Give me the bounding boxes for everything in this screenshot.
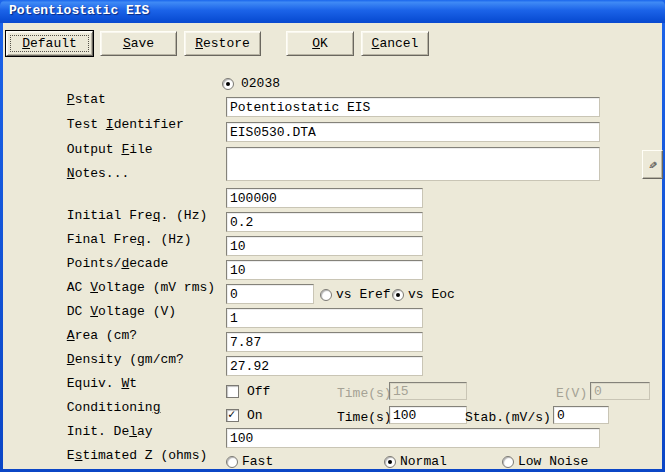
estimated-z-input[interactable] [226, 428, 600, 448]
save-button[interactable]: Save [100, 31, 177, 56]
initial-freq-input[interactable] [226, 188, 423, 208]
conditioning-off-label[interactable]: Off [247, 384, 270, 400]
dc-voltage-input[interactable] [226, 284, 314, 304]
dialog-content: Default Save Restore OK Cancel Pstat 020… [3, 23, 662, 469]
restore-button[interactable]: Restore [184, 31, 261, 56]
dialog-window: Potentiostatic EIS Default Save Restore … [0, 0, 665, 472]
vs-eref-label[interactable]: vs Eref [336, 287, 391, 303]
check-icon: ✓ [228, 407, 235, 422]
init-delay-stab-input[interactable] [553, 406, 609, 424]
equiv-wt-input[interactable] [226, 356, 423, 376]
init-delay-time-label: Time(s) [337, 410, 392, 426]
title-bar[interactable]: Potentiostatic EIS [0, 0, 665, 23]
cancel-button[interactable]: Cancel [361, 31, 429, 56]
density-input[interactable] [226, 332, 423, 352]
points-decade-input[interactable] [226, 236, 423, 256]
conditioning-e-input [590, 382, 650, 400]
conditioning-time-input [389, 382, 467, 400]
conditioning-checkbox[interactable] [226, 385, 239, 398]
optimize-low-noise-radio[interactable] [502, 456, 514, 468]
init-delay-stab-label: Stab.(mV/s) [465, 410, 551, 426]
notes-label: Notes... [20, 150, 129, 198]
optimize-normal-label[interactable]: Normal [400, 454, 447, 470]
init-delay-time-input[interactable] [389, 406, 467, 424]
conditioning-e-label: E(V) [556, 386, 587, 402]
init-delay-on-label[interactable]: On [247, 408, 263, 424]
ok-button[interactable]: OK [286, 31, 354, 56]
init-delay-checkbox[interactable]: ✓ [226, 409, 239, 422]
conditioning-time-label: Time(s) [337, 386, 392, 402]
optimize-low-noise-label[interactable]: Low Noise [518, 454, 588, 470]
optimize-normal-radio[interactable] [384, 456, 396, 468]
ac-voltage-input[interactable] [226, 260, 423, 280]
pencil-icon: ✎ [644, 160, 661, 169]
notes-edit-button[interactable]: ✎ [642, 150, 663, 179]
vs-eoc-radio[interactable] [392, 289, 404, 301]
vs-eoc-label[interactable]: vs Eoc [408, 287, 455, 303]
window-title: Potentiostatic EIS [9, 3, 149, 18]
default-button[interactable]: Default [6, 31, 93, 56]
notes-textarea[interactable] [226, 147, 600, 181]
test-identifier-input[interactable] [226, 97, 600, 117]
vs-eref-radio[interactable] [320, 289, 332, 301]
area-input[interactable] [226, 308, 423, 328]
optimize-for-label: Optimize for: [20, 455, 168, 472]
pstat-value: 02038 [241, 76, 280, 92]
optimize-fast-label[interactable]: Fast [242, 454, 273, 470]
optimize-fast-radio[interactable] [226, 456, 238, 468]
final-freq-input[interactable] [226, 212, 423, 232]
output-file-input[interactable] [226, 122, 600, 142]
pstat-radio[interactable] [222, 78, 234, 90]
